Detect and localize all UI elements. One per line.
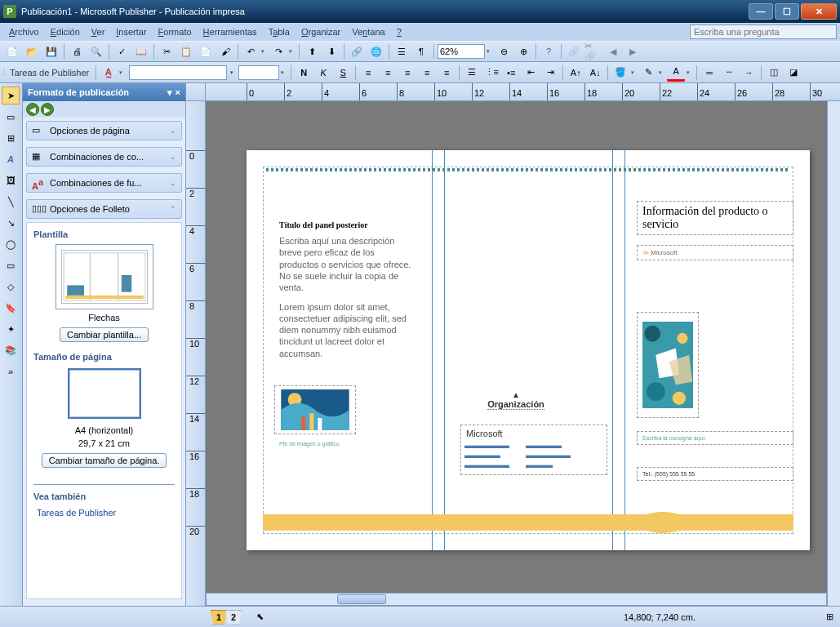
send-backward-button[interactable]: ⬇ — [322, 42, 340, 60]
maximize-button[interactable]: ☐ — [775, 3, 799, 20]
menu-edicion[interactable]: Edición — [45, 25, 86, 38]
table-tool[interactable]: ⊞ — [2, 129, 20, 147]
wordart-tool[interactable]: A — [2, 150, 20, 168]
line-style-button[interactable]: ═ — [700, 64, 718, 82]
hyperlink-button[interactable]: 🔗 — [348, 42, 366, 60]
columns-button[interactable]: ☰ — [393, 42, 411, 60]
task-pane-dropdown[interactable]: ▾ — [167, 87, 172, 98]
front-panel-title[interactable]: Información del producto o servicio — [637, 201, 793, 235]
task-pane-close[interactable]: × — [176, 87, 180, 98]
nav-prev-button[interactable]: ◀ — [604, 42, 622, 60]
align-left-button[interactable]: ≡ — [359, 64, 377, 82]
back-panel-caption[interactable]: Pie de imagen o gráfico. — [274, 438, 389, 450]
slogan-box[interactable]: Escriba la consigna aquí. — [637, 431, 793, 445]
page-tab-2[interactable]: 2 — [225, 610, 242, 625]
decrease-indent-button[interactable]: ⇤ — [522, 64, 540, 82]
section-color-schemes[interactable]: ▦ Combinaciones de co... ⌄ — [26, 147, 182, 167]
line-spacing-button[interactable]: ☰ — [463, 64, 481, 82]
back-panel-body[interactable]: Escriba aquí una descripción breve pero … — [274, 232, 421, 362]
grow-font-button[interactable]: A↑ — [567, 64, 584, 82]
menu-insertar[interactable]: Insertar — [110, 25, 152, 38]
nav-back-button[interactable]: ◀ — [26, 103, 39, 116]
design-gallery-tool[interactable]: ✦ — [2, 320, 20, 338]
help-button[interactable]: ? — [540, 42, 558, 60]
line-color-button[interactable]: ✎ — [639, 64, 657, 82]
new-button[interactable]: 📄 — [3, 42, 21, 60]
see-also-link[interactable]: Tareas de Publisher — [33, 506, 175, 519]
company-info-box[interactable]: Microsoft ▬▬▬▬▬▬▬▬▬▬▬▬▬▬ ▬▬▬▬▬▬▬▬▬▬▬▬ — [460, 425, 607, 475]
menu-herramientas[interactable]: Herramientas — [198, 25, 263, 38]
menu-formato[interactable]: Formato — [153, 25, 198, 38]
menu-organizar[interactable]: Organizar — [296, 25, 346, 38]
textbox-tool[interactable]: ▭ — [2, 108, 20, 126]
print-button[interactable]: 🖨 — [68, 42, 86, 60]
menu-ventana[interactable]: Ventana — [346, 25, 390, 38]
font-size-input[interactable] — [238, 65, 279, 80]
arrow-tool[interactable]: ↘ — [2, 214, 20, 232]
dash-style-button[interactable]: ┄ — [720, 64, 738, 82]
zoom-in-button[interactable]: ⊕ — [514, 42, 532, 60]
save-button[interactable]: 💾 — [42, 42, 60, 60]
back-panel-title[interactable]: Título del panel posterior — [274, 217, 421, 233]
ruler-horizontal[interactable]: 024681012141618202224262830 — [206, 83, 840, 101]
section-font-schemes[interactable]: Aa Combinaciones de fu... ⌄ — [26, 173, 182, 193]
open-button[interactable]: 📂 — [23, 42, 41, 60]
rectangle-tool[interactable]: ▭ — [2, 256, 20, 274]
help-search-input[interactable] — [690, 24, 837, 39]
horizontal-scrollbar[interactable] — [206, 593, 827, 606]
page-size-thumbnail[interactable] — [68, 368, 141, 419]
section-page-options[interactable]: ▭ Opciones de página ⌄ — [26, 121, 182, 140]
vertical-scrollbar[interactable] — [827, 101, 840, 606]
nav-forward-button[interactable]: ▶ — [41, 103, 54, 116]
template-thumbnail[interactable] — [56, 244, 153, 309]
fill-color-button[interactable]: 🪣 — [611, 64, 629, 82]
align-right-button[interactable]: ≡ — [398, 64, 416, 82]
cut-button[interactable]: ✂ — [158, 42, 176, 60]
menu-help[interactable]: ? — [391, 25, 407, 38]
web-preview-button[interactable]: 🌐 — [367, 42, 385, 60]
undo-button[interactable]: ↶ — [242, 42, 260, 60]
print-preview-button[interactable]: 🔍 — [87, 42, 105, 60]
tasks-label[interactable]: Tareas de Publisher — [7, 68, 92, 78]
3d-button[interactable]: ◪ — [784, 64, 802, 82]
increase-indent-button[interactable]: ⇥ — [541, 64, 559, 82]
arrow-style-button[interactable]: → — [740, 64, 758, 82]
research-button[interactable]: 📖 — [132, 42, 150, 60]
justify-button[interactable]: ≡ — [418, 64, 436, 82]
ruler-vertical[interactable]: 02468101214161820 — [186, 101, 206, 606]
telephone-box[interactable]: Tel.: (555) 555 55 55 — [637, 467, 793, 481]
org-logo[interactable]: Organización — [475, 387, 557, 412]
front-panel-image[interactable] — [637, 312, 699, 418]
menu-tabla[interactable]: Tabla — [263, 25, 296, 38]
special-chars-button[interactable]: ¶ — [412, 42, 430, 60]
nav-next-button[interactable]: ▶ — [624, 42, 642, 60]
paste-button[interactable]: 📄 — [197, 42, 215, 60]
content-library-tool[interactable]: 📚 — [2, 341, 20, 359]
bullets-button[interactable]: •≡ — [502, 64, 520, 82]
shrink-font-button[interactable]: A↓ — [586, 64, 604, 82]
zoom-out-button[interactable]: ⊖ — [495, 42, 513, 60]
bold-button[interactable]: N — [295, 64, 313, 82]
section-brochure-options[interactable]: ▯▯▯ Opciones de Folleto ⌃ — [26, 199, 182, 219]
numbering-button[interactable]: ⋮≡ — [482, 64, 500, 82]
styles-button[interactable]: A̲ — [100, 64, 118, 82]
format-painter-button[interactable]: 🖌 — [216, 42, 234, 60]
menu-archivo[interactable]: Archivo — [3, 25, 45, 38]
page-tab-1[interactable]: 1 — [211, 610, 227, 625]
align-center-button[interactable]: ≡ — [379, 64, 397, 82]
underline-button[interactable]: S — [334, 64, 352, 82]
redo-button[interactable]: ↷ — [269, 42, 287, 60]
close-button[interactable]: ✕ — [801, 3, 837, 20]
change-page-size-button[interactable]: Cambiar tamaño de página. — [42, 453, 167, 468]
spelling-button[interactable]: ✓ — [113, 42, 131, 60]
document-canvas[interactable]: Título del panel posterior Escriba aquí … — [206, 101, 827, 606]
overflow-tool[interactable]: » — [2, 362, 20, 380]
unlink-button[interactable]: ✂🔗 — [584, 42, 602, 60]
font-family-input[interactable] — [129, 65, 227, 80]
link-button[interactable]: 🔗 — [565, 42, 583, 60]
autoshapes-tool[interactable]: ◇ — [2, 278, 20, 296]
menu-ver[interactable]: Ver — [86, 25, 111, 38]
line-tool[interactable]: ╲ — [2, 193, 20, 211]
publication-page[interactable]: Título del panel posterior Escriba aquí … — [247, 150, 810, 550]
change-template-button[interactable]: Cambiar plantilla... — [60, 327, 149, 342]
